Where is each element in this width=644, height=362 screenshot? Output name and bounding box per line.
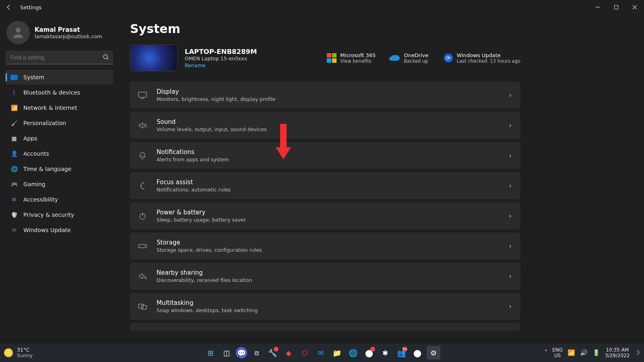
nav-accounts[interactable]: 👤 Accounts — [6, 146, 113, 161]
chevron-right-icon: › — [509, 302, 512, 310]
tile-onedrive[interactable]: OneDrive Backed up — [391, 52, 428, 64]
discord-icon[interactable]: 👥9+ — [394, 346, 408, 360]
slack-icon[interactable]: ✱ — [378, 346, 392, 360]
chevron-right-icon: › — [509, 242, 512, 250]
person-icon: 👤 — [10, 150, 18, 157]
tile-label: OneDrive — [404, 52, 428, 58]
card-sub: Snap windows, desktops, task switching — [157, 307, 258, 313]
card-notifications[interactable]: NotificationsAlerts from apps and system… — [130, 142, 520, 169]
tile-microsoft-365[interactable]: Microsoft 365 View benefits — [327, 52, 376, 64]
share-icon — [137, 272, 148, 280]
device-card[interactable]: LAPTOP-ENB8289M OMEN Laptop 15-en0xxx Re… — [130, 45, 257, 71]
svg-rect-8 — [142, 305, 147, 309]
system-icon — [10, 75, 18, 80]
chevron-right-icon: › — [509, 152, 512, 159]
gaming-icon: 🎮 — [10, 181, 18, 187]
update-circle-icon: ⟳ — [444, 53, 453, 62]
nav-apps[interactable]: ▦ Apps — [6, 131, 113, 146]
steam-icon[interactable]: 🔧 — [266, 346, 279, 360]
card-title: Focus assist — [157, 179, 231, 186]
chat-icon[interactable]: 💬 — [236, 347, 247, 358]
tile-windows-update[interactable]: ⟳ Windows Update Last checked: 13 hours … — [444, 52, 520, 64]
titlebar: Settings — [0, 0, 644, 14]
display-icon — [137, 92, 148, 99]
nav-label: Apps — [23, 135, 37, 142]
app-red-icon[interactable]: ◆ — [282, 346, 295, 360]
mail-icon[interactable]: ✉ — [314, 346, 328, 360]
card-title: Notifications — [157, 148, 229, 156]
svg-rect-3 — [138, 92, 147, 97]
accessibility-icon: ✲ — [10, 196, 18, 203]
search-input[interactable] — [6, 51, 113, 64]
card-storage[interactable]: StorageStorage space, drives, configurat… — [130, 232, 520, 259]
bluetooth-icon: ᛒ — [10, 89, 18, 96]
nav-time-language[interactable]: 🌐 Time & language — [6, 162, 113, 176]
card-focus-assist[interactable]: Focus assistNotifications, automatic rul… — [130, 172, 520, 199]
microsoft-icon — [327, 53, 336, 62]
window-title: Settings — [20, 4, 41, 10]
card-title: Nearby sharing — [157, 269, 252, 276]
chrome-icon-1[interactable]: ⬤ — [362, 346, 376, 360]
nav-gaming[interactable]: 🎮 Gaming — [6, 177, 113, 191]
edge-icon[interactable]: 🌐 — [346, 346, 360, 360]
profile-block[interactable]: Kamal Prasat lamaktasarp@outlook.com — [6, 19, 113, 51]
card-title: Storage — [157, 239, 262, 246]
card-nearby-sharing[interactable]: Nearby sharingDiscoverability, received … — [130, 263, 520, 290]
nav-windows-update[interactable]: ⟳ Windows Update — [6, 223, 113, 237]
card-display[interactable]: DisplayMonitors, brightness, night light… — [130, 82, 520, 109]
search-box[interactable] — [6, 51, 113, 64]
card-sub: Discoverability, received files location — [157, 277, 252, 283]
chevron-right-icon: › — [509, 121, 512, 129]
card-sub: Notifications, automatic rules — [157, 187, 231, 193]
nav-label: Gaming — [23, 181, 45, 187]
card-partial-next[interactable] — [130, 323, 520, 331]
tile-sub: View benefits — [340, 58, 376, 64]
tray-chevron-up-icon[interactable]: ˄ — [545, 349, 548, 356]
nav-network[interactable]: 📶 Network & internet — [6, 101, 113, 115]
card-sub: Alerts from apps and system — [157, 156, 229, 162]
card-power-battery[interactable]: Power & batterySleep, battery usage, bat… — [130, 202, 520, 229]
device-thumbnail — [130, 45, 178, 71]
brush-icon: 🖌️ — [10, 120, 18, 126]
svg-rect-7 — [138, 304, 143, 308]
settings-taskbar-icon[interactable]: ⚙ — [427, 346, 440, 360]
weather-widget[interactable]: 31°C Sunny — [4, 347, 33, 359]
nav-privacy[interactable]: 🛡️ Privacy & security — [6, 208, 113, 222]
card-sub: Storage space, drives, configuration rul… — [157, 247, 262, 253]
nav-label: System — [23, 74, 44, 80]
chrome-icon-2[interactable]: ⬤ — [411, 346, 424, 360]
wifi-tray-icon[interactable]: 📶 — [568, 349, 575, 356]
weather-temp: 31°C — [17, 347, 33, 353]
minimize-button[interactable] — [588, 0, 607, 14]
rename-link[interactable]: Rename — [185, 62, 257, 68]
card-title: Sound — [157, 118, 266, 125]
battery-tray-icon[interactable]: 🔋 — [592, 349, 600, 356]
nav-accessibility[interactable]: ✲ Accessibility — [6, 192, 113, 207]
focus-tray-icon[interactable]: ☽ — [635, 349, 640, 356]
storage-icon — [137, 243, 148, 249]
settings-list: DisplayMonitors, brightness, night light… — [130, 82, 520, 331]
language-indicator[interactable]: ENG US — [552, 347, 563, 359]
back-button[interactable] — [3, 2, 14, 13]
card-multitasking[interactable]: MultitaskingSnap windows, desktops, task… — [130, 293, 520, 320]
clock[interactable]: 10:35 AM 3/29/2022 — [605, 347, 630, 359]
close-button[interactable] — [625, 0, 644, 14]
opera-icon[interactable]: O — [298, 346, 312, 360]
nav-label: Privacy & security — [23, 212, 74, 218]
card-sound[interactable]: SoundVolume levels, output, input, sound… — [130, 112, 520, 139]
task-view-icon[interactable]: ◫ — [220, 346, 233, 360]
tile-sub: Backed up — [404, 58, 428, 64]
explorer-icon[interactable]: 📁 — [330, 346, 344, 360]
nav-label: Accessibility — [23, 196, 58, 203]
taskbar: 31°C Sunny ⊞ ◫ 💬 ⧈ 🔧 ◆ O ✉ 📁 🌐 ⬤ ✱ 👥9+ ⬤… — [0, 343, 644, 362]
chevron-right-icon: › — [509, 182, 512, 189]
nav-system[interactable]: System — [6, 70, 113, 84]
search-icon — [103, 54, 109, 60]
start-button[interactable]: ⊞ — [204, 346, 217, 360]
nav-personalization[interactable]: 🖌️ Personalization — [6, 116, 113, 130]
maximize-button[interactable] — [607, 0, 625, 14]
volume-tray-icon[interactable]: 🔊 — [580, 349, 588, 356]
dropbox-icon[interactable]: ⧈ — [250, 346, 263, 360]
sidebar: Kamal Prasat lamaktasarp@outlook.com Sys… — [0, 14, 119, 343]
nav-bluetooth[interactable]: ᛒ Bluetooth & devices — [6, 85, 113, 100]
